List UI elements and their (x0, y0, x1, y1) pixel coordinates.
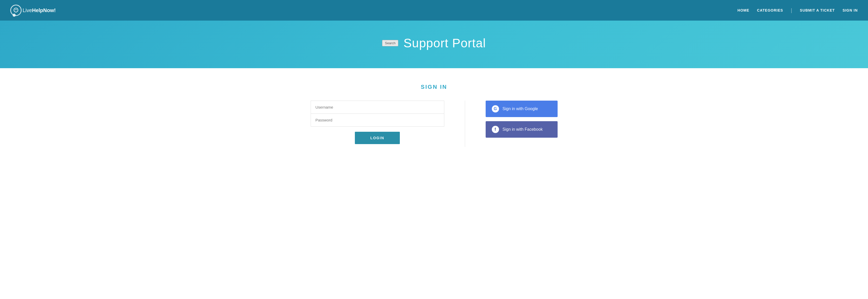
username-input[interactable] (311, 101, 444, 113)
hero-banner: Search Support Portal (0, 21, 868, 68)
password-input[interactable] (311, 113, 444, 127)
signin-form: LOGIN (311, 101, 444, 144)
facebook-icon: f (492, 126, 499, 133)
google-signin-label: Sign in with Google (503, 107, 538, 111)
logo-text: LiveHelpNow! (23, 7, 56, 13)
logo-icon (10, 5, 22, 16)
search-button[interactable]: Search (382, 40, 398, 46)
main-content: SIGN IN LOGIN G Sign in with Google f Si… (0, 68, 868, 162)
google-signin-button[interactable]: G Sign in with Google (486, 101, 558, 117)
nav-divider: | (791, 7, 792, 13)
header: LiveHelpNow! HOME CATEGORIES | SUBMIT A … (0, 0, 868, 21)
nav-categories[interactable]: CATEGORIES (757, 8, 783, 12)
svg-point-0 (14, 8, 18, 12)
signin-container: LOGIN G Sign in with Google f Sign in wi… (280, 101, 588, 147)
logo[interactable]: LiveHelpNow! (10, 5, 56, 16)
facebook-signin-label: Sign in with Facebook (503, 127, 543, 132)
login-button[interactable]: LOGIN (355, 132, 400, 144)
main-nav: HOME CATEGORIES | SUBMIT A TICKET SIGN I… (738, 7, 858, 13)
nav-sign-in[interactable]: SIGN IN (843, 8, 858, 12)
nav-home[interactable]: HOME (738, 8, 749, 12)
google-icon: G (492, 105, 499, 112)
nav-submit-ticket[interactable]: SUBMIT A TICKET (800, 8, 835, 12)
social-signin: G Sign in with Google f Sign in with Fac… (486, 101, 558, 138)
facebook-signin-button[interactable]: f Sign in with Facebook (486, 121, 558, 138)
signin-heading: SIGN IN (10, 84, 858, 90)
hero-title: Support Portal (403, 36, 486, 50)
